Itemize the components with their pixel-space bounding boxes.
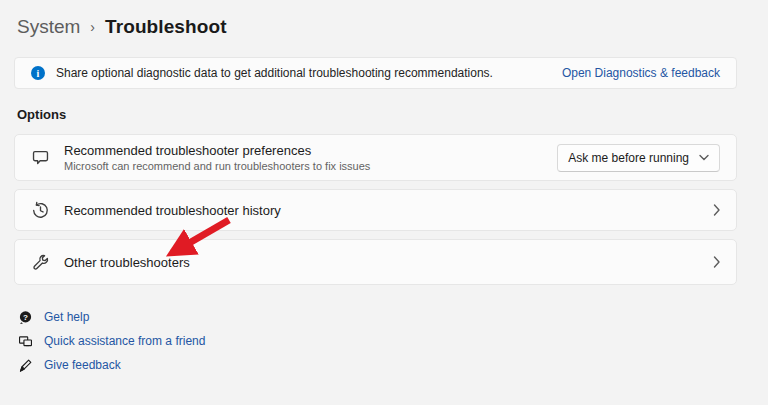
breadcrumb: System › Troubleshoot bbox=[17, 15, 227, 40]
card-recommended-troubleshooter-preferences: Recommended troubleshooter preferences M… bbox=[14, 134, 737, 181]
wrench-icon bbox=[31, 253, 50, 272]
quick-assistance-link[interactable]: Quick assistance from a friend bbox=[18, 332, 205, 350]
card-other-troubleshooters[interactable]: Other troubleshooters bbox=[14, 239, 737, 285]
give-feedback-link[interactable]: Give feedback bbox=[18, 356, 121, 374]
card-recommended-troubleshooter-history[interactable]: Recommended troubleshooter history bbox=[14, 189, 737, 231]
chevron-right-icon bbox=[713, 256, 720, 268]
options-section-header: Options bbox=[17, 107, 66, 122]
footer-link-label: Get help bbox=[44, 310, 89, 324]
footer-link-label: Quick assistance from a friend bbox=[44, 334, 205, 348]
troubleshooter-preference-dropdown[interactable]: Ask me before running bbox=[557, 144, 720, 172]
page-title: Troubleshoot bbox=[105, 15, 227, 39]
footer-link-label: Give feedback bbox=[44, 358, 121, 372]
quick-assist-icon bbox=[18, 334, 33, 349]
comment-icon bbox=[31, 148, 50, 167]
chevron-right-icon bbox=[713, 204, 720, 216]
chevron-down-icon bbox=[699, 154, 709, 161]
dropdown-selected-value: Ask me before running bbox=[568, 151, 689, 165]
svg-text:?: ? bbox=[23, 312, 28, 321]
open-diagnostics-feedback-link[interactable]: Open Diagnostics & feedback bbox=[562, 66, 720, 80]
card-title: Recommended troubleshooter history bbox=[64, 203, 281, 218]
info-icon: i bbox=[31, 66, 45, 80]
get-help-icon: ? bbox=[18, 310, 33, 325]
diagnostic-info-banner: i Share optional diagnostic data to get … bbox=[14, 57, 737, 89]
get-help-link[interactable]: ? Get help bbox=[18, 308, 89, 326]
breadcrumb-separator-icon: › bbox=[90, 15, 95, 39]
breadcrumb-system[interactable]: System bbox=[17, 15, 80, 39]
settings-troubleshoot-page: System › Troubleshoot i Share optional d… bbox=[0, 0, 768, 405]
card-text-block: Recommended troubleshooter preferences M… bbox=[64, 143, 370, 172]
card-title: Other troubleshooters bbox=[64, 255, 190, 270]
banner-message: Share optional diagnostic data to get ad… bbox=[56, 66, 493, 80]
card-subtitle: Microsoft can recommend and run troubles… bbox=[64, 160, 370, 172]
history-icon bbox=[31, 201, 50, 220]
feedback-icon bbox=[18, 358, 33, 373]
card-title: Recommended troubleshooter preferences bbox=[64, 143, 370, 158]
